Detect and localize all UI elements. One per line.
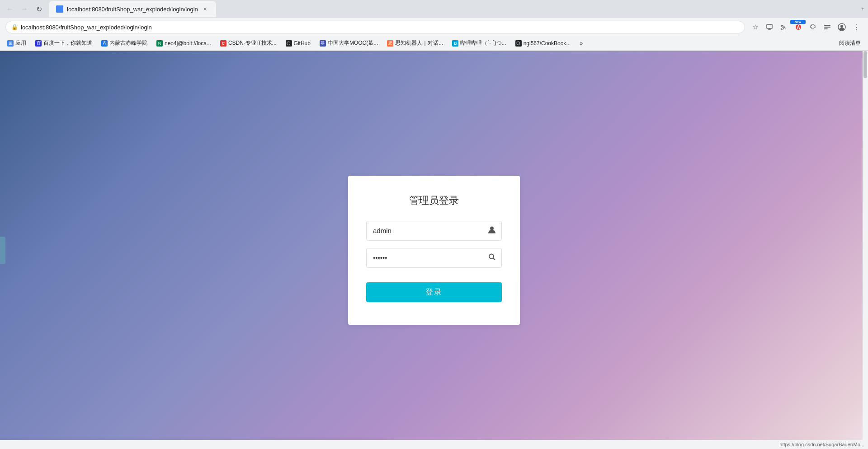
- adblock-button[interactable]: A New: [792, 21, 805, 33]
- bookmark-csdn[interactable]: C CSDN-专业IT技术...: [217, 37, 280, 49]
- baidu-favicon: 百: [35, 40, 42, 47]
- login-card: 管理员登录 登录: [348, 176, 520, 325]
- bookmark-reading-list[interactable]: 阅读清单: [835, 37, 864, 49]
- reading-list-label: 阅读清单: [839, 39, 861, 47]
- github-favicon: ⬡: [286, 40, 292, 47]
- svg-point-11: [489, 254, 494, 258]
- bookmark-apps-label: 应用: [15, 39, 26, 47]
- menu-button[interactable]: ⋮: [850, 21, 863, 33]
- bookmark-github[interactable]: ⬡ GitHub: [282, 38, 314, 48]
- status-bar: https://blog.csdn.net/SugarBauer/Mo...: [0, 440, 868, 449]
- user-icon: [487, 225, 496, 236]
- scrollbar-thumb: [863, 51, 867, 78]
- new-badge: New: [790, 20, 806, 24]
- bookmark-bilibili[interactable]: B 哔哩哔哩（`- ´)つ...: [448, 37, 509, 49]
- lock-icon: 🔒: [11, 24, 18, 30]
- bookmark-baidu-label: 百度一下，你就知道: [43, 39, 92, 47]
- svg-rect-0: [767, 24, 772, 28]
- tab-search-button[interactable]: [821, 21, 834, 33]
- bookmark-cookbook[interactable]: ⬡ ngl567/CookBook...: [512, 38, 575, 48]
- username-wrapper: [366, 221, 502, 241]
- bookmark-github-label: GitHub: [294, 40, 311, 47]
- bookmark-more-label: »: [580, 40, 583, 47]
- bookmarks-bar: ⊞ 应用 百 百度一下，你就知道 内 内蒙古赤峰学院 N neo4j@bolt:…: [0, 36, 868, 51]
- new-tab-button[interactable]: +: [861, 6, 864, 12]
- bookmark-university-label: 内蒙古赤峰学院: [109, 39, 147, 47]
- tab-favicon: [56, 5, 63, 13]
- page-content: 管理员登录 登录 https://blog.: [0, 51, 868, 449]
- tab-title: localhost:8080/fruitShop_war_exploded/lo…: [67, 6, 198, 13]
- back-button[interactable]: ←: [4, 3, 16, 15]
- svg-point-9: [840, 25, 843, 28]
- cast-button[interactable]: [778, 21, 790, 33]
- svg-rect-6: [824, 27, 830, 28]
- password-search-icon: [487, 252, 496, 263]
- tab-close-button[interactable]: ✕: [202, 5, 209, 13]
- bookmark-neo4j-label: neo4j@bolt://loca...: [165, 40, 211, 47]
- extensions-more: +: [859, 6, 864, 12]
- bookmark-sizhirobot-label: 思知机器人｜对话...: [395, 39, 443, 47]
- svg-line-12: [493, 258, 495, 260]
- password-wrapper: [366, 248, 502, 268]
- svg-point-10: [490, 226, 494, 230]
- bookmark-mooc-label: 中国大学MOOC(慕...: [328, 39, 378, 47]
- university-favicon: 内: [101, 40, 108, 47]
- cookbook-favicon: ⬡: [515, 40, 522, 47]
- password-input[interactable]: [366, 248, 502, 268]
- mooc-favicon: 慕: [320, 40, 326, 47]
- sizhirobot-favicon: 思: [387, 40, 393, 47]
- forward-button[interactable]: →: [18, 3, 31, 15]
- bookmark-star-button[interactable]: ☆: [749, 21, 761, 33]
- address-text: localhost:8080/fruitShop_war_exploded/lo…: [21, 24, 152, 31]
- address-bar[interactable]: 🔒 localhost:8080/fruitShop_war_exploded/…: [5, 21, 745, 33]
- csdn-favicon: C: [220, 40, 226, 47]
- bookmark-sizhirobot[interactable]: 思 思知机器人｜对话...: [383, 37, 447, 49]
- bookmark-neo4j[interactable]: N neo4j@bolt://loca...: [153, 38, 215, 48]
- login-title: 管理员登录: [366, 194, 502, 207]
- svg-rect-7: [824, 28, 828, 29]
- bookmark-bilibili-label: 哔哩哔哩（`- ´)つ...: [460, 39, 506, 47]
- login-button[interactable]: 登录: [366, 282, 502, 302]
- bookmark-mooc[interactable]: 慕 中国大学MOOC(慕...: [316, 37, 382, 49]
- bookmark-cookbook-label: ngl567/CookBook...: [524, 40, 571, 47]
- neo4j-favicon: N: [156, 40, 163, 47]
- bookmark-university[interactable]: 内 内蒙古赤峰学院: [98, 37, 151, 49]
- bookmark-baidu[interactable]: 百 百度一下，你就知道: [32, 37, 96, 49]
- bookmark-more[interactable]: »: [576, 38, 586, 48]
- scrollbar[interactable]: [863, 51, 868, 449]
- reload-button[interactable]: ↻: [33, 3, 45, 15]
- toolbar-icons: ☆ A New ⋮: [749, 21, 863, 33]
- toolbar: 🔒 localhost:8080/fruitShop_war_exploded/…: [0, 18, 868, 36]
- svg-text:A: A: [797, 25, 800, 30]
- profile-button[interactable]: [835, 21, 848, 33]
- bookmark-apps[interactable]: ⊞ 应用: [4, 37, 30, 49]
- tab-bar: ← → ↻ localhost:8080/fruitShop_war_explo…: [0, 0, 868, 18]
- screenshot-button[interactable]: [763, 21, 776, 33]
- bilibili-favicon: B: [452, 40, 458, 47]
- username-input[interactable]: [366, 221, 502, 241]
- svg-rect-5: [824, 25, 830, 26]
- left-panel-hint: [0, 237, 5, 264]
- bookmark-csdn-label: CSDN-专业IT技术...: [228, 39, 277, 47]
- nav-buttons: ← → ↻: [4, 3, 45, 15]
- active-tab[interactable]: localhost:8080/fruitShop_war_exploded/lo…: [49, 1, 216, 17]
- extensions-button[interactable]: [807, 21, 819, 33]
- apps-favicon: ⊞: [7, 40, 14, 47]
- status-url: https://blog.csdn.net/SugarBauer/Mo...: [779, 442, 864, 447]
- browser-chrome: ← → ↻ localhost:8080/fruitShop_war_explo…: [0, 0, 868, 51]
